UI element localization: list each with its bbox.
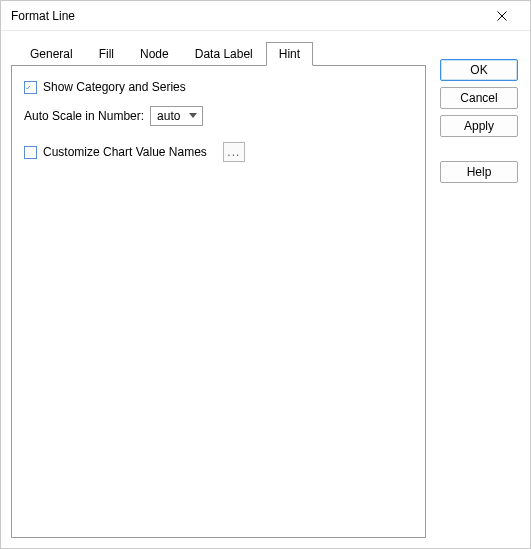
customize-values-ellipsis-button[interactable]: ... (223, 142, 245, 162)
help-button[interactable]: Help (440, 161, 518, 183)
customize-values-label: Customize Chart Value Names (43, 145, 207, 159)
tab-fill[interactable]: Fill (86, 42, 127, 65)
close-button[interactable] (482, 2, 522, 30)
check-icon (25, 82, 31, 93)
ok-button[interactable]: OK (440, 59, 518, 81)
dialog-button-column: OK Cancel Apply Help (440, 41, 520, 538)
tab-data-label[interactable]: Data Label (182, 42, 266, 65)
auto-scale-label: Auto Scale in Number: (24, 109, 144, 123)
chevron-down-icon (186, 108, 200, 124)
close-icon (497, 11, 507, 21)
svg-marker-2 (189, 113, 197, 118)
tab-node[interactable]: Node (127, 42, 182, 65)
tab-panel-hint: Show Category and Series Auto Scale in N… (11, 65, 426, 538)
tabstrip: General Fill Node Data Label Hint (17, 41, 426, 65)
tab-hint[interactable]: Hint (266, 42, 313, 66)
customize-values-checkbox[interactable] (24, 146, 37, 159)
titlebar: Format Line (1, 1, 530, 31)
auto-scale-value: auto (157, 109, 180, 123)
apply-button[interactable]: Apply (440, 115, 518, 137)
cancel-button[interactable]: Cancel (440, 87, 518, 109)
auto-scale-select[interactable]: auto (150, 106, 203, 126)
show-category-series-checkbox[interactable] (24, 81, 37, 94)
window-title: Format Line (11, 9, 482, 23)
show-category-series-label: Show Category and Series (43, 80, 186, 94)
tab-general[interactable]: General (17, 42, 86, 65)
